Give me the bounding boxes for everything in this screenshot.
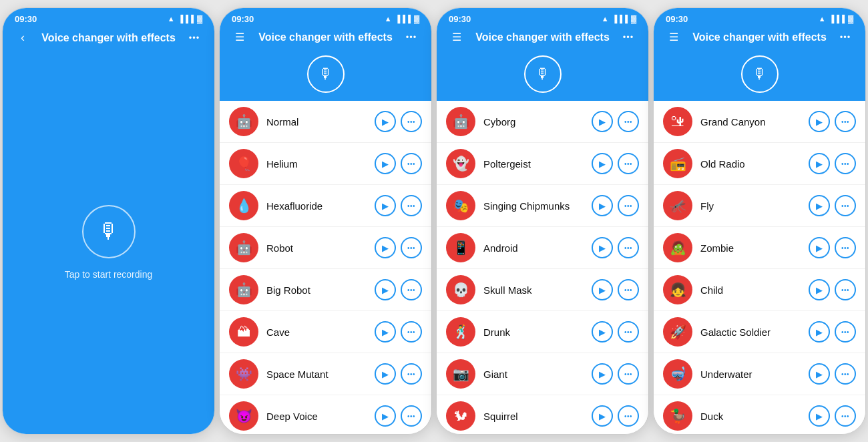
effect-name: Deep Voice [266,411,375,422]
play-button[interactable]: ▶ [592,363,613,385]
effect-actions: ▶••• [809,279,856,300]
more-options-button[interactable]: ••• [618,321,639,343]
mic-icon[interactable]: 🎙 [741,55,779,93]
effect-name: Android [483,242,592,254]
more-options-button[interactable]: ••• [401,195,422,216]
list-item: 💧Hexafluoride▶••• [220,185,431,227]
nav-title: Voice changer with effects [32,32,185,44]
more-options-button[interactable]: ••• [835,405,856,427]
more-button[interactable]: ••• [185,33,204,43]
effect-icon: 👧 [663,275,692,304]
more-button[interactable]: ••• [619,32,638,42]
more-options-button[interactable]: ••• [618,279,639,300]
effect-actions: ▶••• [809,237,856,258]
more-options-button[interactable]: ••• [618,153,639,174]
play-button[interactable]: ▶ [809,195,830,216]
effect-name: Old Radio [700,158,809,170]
more-options-button[interactable]: ••• [618,363,639,385]
play-button[interactable]: ▶ [375,321,396,343]
effect-actions: ▶••• [375,363,422,385]
more-button[interactable]: ••• [836,32,855,42]
more-options-button[interactable]: ••• [401,321,422,343]
play-button[interactable]: ▶ [592,321,613,343]
effect-icon: 👻 [446,149,475,178]
play-button[interactable]: ▶ [809,405,830,427]
more-options-button[interactable]: ••• [835,321,856,343]
effect-icon: 🦟 [663,191,692,220]
more-options-button[interactable]: ••• [835,111,856,132]
menu-button[interactable]: ☰ [664,31,683,43]
more-options-button[interactable]: ••• [618,237,639,258]
record-screen[interactable]: 🎙Tap to start recording [3,50,214,434]
menu-button[interactable]: ☰ [230,31,249,43]
battery-icon: ▓ [848,15,853,23]
mic-icon[interactable]: 🎙 [524,55,562,93]
play-button[interactable]: ▶ [592,237,613,258]
play-button[interactable]: ▶ [592,111,613,132]
more-options-button[interactable]: ••• [401,153,422,174]
effect-icon: 🐿 [446,401,475,431]
play-button[interactable]: ▶ [375,279,396,300]
list-item: 🏔Cave▶••• [220,311,431,353]
play-button[interactable]: ▶ [809,363,830,385]
menu-button[interactable]: ☰ [447,31,466,43]
more-options-button[interactable]: ••• [835,279,856,300]
play-button[interactable]: ▶ [375,195,396,216]
mic-icon[interactable]: 🎙 [307,55,345,93]
effect-actions: ▶••• [809,153,856,174]
more-options-button[interactable]: ••• [835,237,856,258]
nav-bar: ☰Voice changer with effects••• [654,27,865,49]
more-options-button[interactable]: ••• [618,405,639,427]
back-button[interactable]: ‹ [13,31,32,45]
effect-actions: ▶••• [592,321,639,343]
more-options-button[interactable]: ••• [835,363,856,385]
play-button[interactable]: ▶ [809,279,830,300]
effect-actions: ▶••• [592,153,639,174]
list-item: 🕺Drunk▶••• [437,311,648,353]
effect-actions: ▶••• [809,111,856,132]
effect-name: Cave [266,326,375,338]
play-button[interactable]: ▶ [592,279,613,300]
play-button[interactable]: ▶ [809,321,830,343]
list-item: 👻Poltergeist▶••• [437,143,648,185]
effect-icon: 🦆 [663,401,692,431]
more-button[interactable]: ••• [402,32,421,42]
battery-icon: ▓ [414,15,419,23]
play-button[interactable]: ▶ [375,153,396,174]
play-button[interactable]: ▶ [809,153,830,174]
effect-name: Galactic Soldier [700,326,809,338]
effect-icon: 🚀 [663,317,692,347]
effect-name: Fly [700,200,809,212]
more-options-button[interactable]: ••• [618,111,639,132]
play-button[interactable]: ▶ [375,405,396,427]
more-options-button[interactable]: ••• [401,405,422,427]
list-item: 🚀Galactic Soldier▶••• [654,311,865,353]
play-button[interactable]: ▶ [375,363,396,385]
more-options-button[interactable]: ••• [401,363,422,385]
record-mic-button[interactable]: 🎙 [82,205,136,258]
play-button[interactable]: ▶ [592,195,613,216]
list-item: 🧟Zombie▶••• [654,227,865,269]
more-options-button[interactable]: ••• [401,279,422,300]
play-button[interactable]: ▶ [375,237,396,258]
phone-phone2: 09:30 ▲ ▐▐▐ ▓ ☰Voice changer with effect… [219,7,432,435]
status-time: 09:30 [232,14,254,24]
play-button[interactable]: ▶ [592,153,613,174]
list-item: 🐿Squirrel▶••• [437,395,648,434]
phones-container: 09:30 ▲ ▐▐▐ ▓ ‹Voice changer with effect… [0,7,868,435]
effect-actions: ▶••• [809,321,856,343]
more-options-button[interactable]: ••• [618,195,639,216]
list-item: 🎭Singing Chipmunks▶••• [437,185,648,227]
play-button[interactable]: ▶ [375,111,396,132]
effect-icon: 🧟 [663,233,692,262]
effect-name: Squirrel [483,411,592,422]
more-options-button[interactable]: ••• [835,195,856,216]
more-options-button[interactable]: ••• [401,237,422,258]
status-time: 09:30 [666,14,688,24]
more-options-button[interactable]: ••• [835,153,856,174]
play-button[interactable]: ▶ [592,405,613,427]
play-button[interactable]: ▶ [809,111,830,132]
list-item: 👾Space Mutant▶••• [220,353,431,395]
more-options-button[interactable]: ••• [401,111,422,132]
play-button[interactable]: ▶ [809,237,830,258]
